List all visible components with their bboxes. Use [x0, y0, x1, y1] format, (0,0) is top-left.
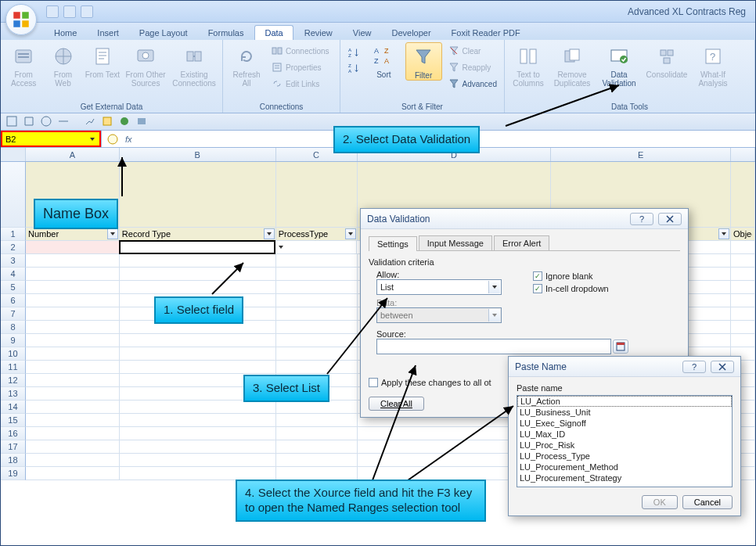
qat-icon[interactable]: [135, 115, 149, 129]
dialog-title-bar[interactable]: Paste Name ?: [509, 357, 740, 377]
name-box[interactable]: B2: [1, 131, 101, 147]
ok-button[interactable]: OK: [642, 495, 678, 509]
expand-icon[interactable]: [106, 133, 119, 145]
row-header[interactable]: 14: [1, 401, 26, 414]
sort-za-button[interactable]: ZA: [345, 61, 362, 75]
row-header[interactable]: 18: [1, 454, 26, 467]
cell[interactable]: [26, 294, 120, 307]
tab-review[interactable]: Review: [295, 26, 342, 40]
cell[interactable]: [276, 254, 358, 268]
row-header[interactable]: 5: [1, 281, 26, 294]
sort-button[interactable]: AZZASort: [365, 42, 402, 79]
source-input[interactable]: [376, 339, 611, 354]
tab-error-alert[interactable]: Error Alert: [494, 235, 550, 250]
filter-dropdown-icon[interactable]: [345, 228, 356, 239]
qat-icon[interactable]: [118, 115, 132, 129]
tab-home[interactable]: Home: [45, 26, 86, 40]
close-button[interactable]: [711, 361, 734, 373]
row-header[interactable]: 9: [1, 334, 26, 347]
cell[interactable]: [120, 162, 276, 228]
cell-header-processtype[interactable]: ProcessType: [276, 228, 358, 241]
cell[interactable]: [276, 440, 358, 454]
cell[interactable]: [120, 281, 276, 294]
cell[interactable]: [731, 254, 755, 268]
paste-name-listbox[interactable]: LU_ActionLU_Business_UnitLU_Exec_Signoff…: [517, 395, 733, 487]
qat-save-icon[interactable]: [46, 5, 59, 18]
list-item[interactable]: LU_Action: [517, 396, 732, 407]
col-header-a[interactable]: A: [26, 148, 120, 161]
cell[interactable]: [26, 387, 120, 401]
row-header[interactable]: 11: [1, 361, 26, 374]
close-button[interactable]: [658, 213, 682, 225]
cell[interactable]: [120, 440, 276, 454]
tab-formulas[interactable]: Formulas: [199, 26, 254, 40]
cell[interactable]: [275, 241, 357, 254]
cell[interactable]: [26, 334, 120, 347]
cell[interactable]: [26, 268, 120, 281]
cell[interactable]: [120, 334, 276, 347]
edit-links-button[interactable]: Edit Links: [268, 77, 332, 91]
cell[interactable]: [120, 414, 276, 427]
cell[interactable]: [276, 401, 358, 414]
qat-icon[interactable]: [40, 115, 54, 129]
qat-icon[interactable]: [57, 115, 71, 129]
consolidate-button[interactable]: Consolidate: [644, 42, 689, 79]
qat-icon[interactable]: [5, 115, 20, 129]
cell[interactable]: [26, 401, 120, 414]
name-box-dropdown-icon[interactable]: [87, 134, 98, 145]
list-item[interactable]: LU_Max_ID: [517, 429, 732, 440]
cell[interactable]: [120, 427, 276, 440]
cell[interactable]: [26, 454, 120, 467]
tab-developer[interactable]: Developer: [382, 26, 440, 40]
cell[interactable]: [731, 294, 755, 307]
cell[interactable]: [276, 454, 358, 467]
row-header[interactable]: 12: [1, 374, 26, 387]
cell[interactable]: [120, 361, 276, 374]
from-web-button[interactable]: From Web: [45, 42, 81, 88]
cancel-button[interactable]: Cancel: [682, 495, 733, 509]
tab-insert[interactable]: Insert: [88, 26, 128, 40]
filter-dropdown-icon[interactable]: [278, 244, 284, 250]
cell[interactable]: [26, 347, 120, 361]
qat-undo-icon[interactable]: [63, 5, 76, 18]
row-header[interactable]: 19: [1, 467, 26, 480]
cell[interactable]: [731, 241, 755, 254]
cell[interactable]: [120, 467, 276, 480]
filter-button[interactable]: Filter: [405, 42, 442, 81]
cell[interactable]: [26, 361, 120, 374]
row-header[interactable]: 13: [1, 387, 26, 401]
list-item[interactable]: LU_Proc_Risk: [517, 440, 732, 451]
cell[interactable]: [276, 162, 358, 228]
incell-dropdown-checkbox[interactable]: ✓In-cell dropdown: [533, 284, 609, 293]
row-header[interactable]: 2: [1, 241, 26, 254]
cell[interactable]: [120, 268, 276, 281]
cell-header-number[interactable]: Number: [26, 228, 120, 241]
row-header[interactable]: [1, 162, 26, 228]
cell-header-recordtype[interactable]: Record Type: [120, 228, 276, 241]
cell[interactable]: [276, 414, 358, 427]
advanced-button[interactable]: Advanced: [445, 77, 499, 91]
col-header-b[interactable]: B: [120, 148, 276, 161]
cell[interactable]: [731, 334, 755, 347]
filter-dropdown-icon[interactable]: [264, 228, 275, 239]
tab-settings[interactable]: Settings: [369, 236, 417, 251]
row-header[interactable]: 16: [1, 427, 26, 440]
qat-icon[interactable]: [23, 115, 37, 129]
col-header-f[interactable]: [731, 148, 755, 161]
connections-button[interactable]: Connections: [268, 44, 332, 58]
from-access-button[interactable]: From Access: [5, 42, 41, 88]
existing-connections-button[interactable]: Existing Connections: [171, 42, 218, 88]
clear-button[interactable]: Clear: [445, 44, 499, 58]
row-header[interactable]: 15: [1, 414, 26, 427]
list-item[interactable]: LU_Business_Unit: [517, 407, 732, 418]
cell[interactable]: [731, 307, 755, 321]
cell[interactable]: [26, 254, 120, 268]
row-header[interactable]: 6: [1, 294, 26, 307]
cell[interactable]: [120, 254, 276, 268]
cell[interactable]: [26, 374, 120, 387]
tab-foxit[interactable]: Foxit Reader PDF: [442, 26, 530, 40]
from-text-button[interactable]: From Text: [85, 42, 121, 79]
row-header[interactable]: 7: [1, 307, 26, 321]
filter-dropdown-icon[interactable]: [718, 228, 729, 239]
col-header-e[interactable]: E: [551, 148, 731, 161]
